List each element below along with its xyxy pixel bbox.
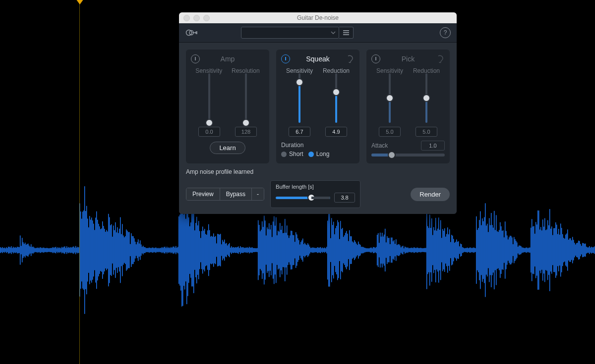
svg-rect-478 xyxy=(474,248,475,253)
svg-rect-498 xyxy=(494,211,494,289)
svg-rect-539 xyxy=(535,234,535,266)
svg-rect-487 xyxy=(483,221,483,279)
amp-power-toggle[interactable] xyxy=(191,54,200,63)
svg-rect-596 xyxy=(591,247,592,254)
svg-rect-529 xyxy=(525,248,525,252)
svg-rect-286 xyxy=(284,233,284,267)
squeak-reduction-slider[interactable] xyxy=(335,73,337,123)
buffer-value[interactable]: 3.8 xyxy=(334,193,355,203)
svg-rect-301 xyxy=(298,240,299,260)
preview-button[interactable]: Preview xyxy=(186,188,220,200)
svg-rect-309 xyxy=(306,245,307,256)
duration-long-radio[interactable]: Long xyxy=(308,151,330,157)
pick-reduction-slider[interactable] xyxy=(425,73,427,123)
amp-resolution-slider[interactable] xyxy=(245,73,247,123)
svg-rect-524 xyxy=(520,246,520,255)
extra-toggle-button[interactable]: - xyxy=(252,188,264,200)
svg-rect-511 xyxy=(507,235,507,264)
squeak-title: Squeak xyxy=(290,55,346,63)
svg-rect-437 xyxy=(433,227,434,273)
svg-rect-594 xyxy=(589,246,590,254)
svg-rect-355 xyxy=(352,242,353,259)
pick-sensitivity-value[interactable]: 5.0 xyxy=(379,127,401,137)
svg-rect-527 xyxy=(523,248,523,253)
render-button[interactable]: Render xyxy=(411,188,450,201)
preset-select[interactable] xyxy=(241,27,339,39)
svg-rect-195 xyxy=(193,207,194,293)
svg-rect-249 xyxy=(247,247,247,253)
svg-rect-403 xyxy=(400,245,400,255)
svg-rect-95 xyxy=(94,230,95,270)
playhead-marker[interactable] xyxy=(79,0,80,364)
svg-rect-508 xyxy=(504,237,504,262)
duration-short-radio[interactable]: Short xyxy=(281,151,303,157)
svg-rect-34 xyxy=(34,248,34,253)
svg-rect-378 xyxy=(375,248,375,252)
svg-rect-474 xyxy=(470,248,471,253)
svg-rect-285 xyxy=(283,233,283,267)
svg-rect-556 xyxy=(551,226,552,273)
svg-rect-537 xyxy=(533,226,533,273)
svg-rect-50 xyxy=(50,248,50,252)
ear-icon[interactable] xyxy=(346,54,355,63)
squeak-reduction-value[interactable]: 4.9 xyxy=(325,127,347,137)
squeak-power-toggle[interactable] xyxy=(281,54,290,63)
guitar-icon[interactable] xyxy=(185,26,198,39)
svg-rect-104 xyxy=(103,226,104,274)
svg-rect-200 xyxy=(198,221,199,279)
svg-rect-513 xyxy=(509,237,509,263)
svg-rect-90 xyxy=(89,216,90,284)
attack-slider[interactable] xyxy=(371,154,445,156)
svg-rect-4 xyxy=(4,248,4,253)
preset-menu-button[interactable] xyxy=(339,27,354,39)
svg-rect-206 xyxy=(204,229,205,271)
buffer-slider[interactable] xyxy=(276,197,330,199)
svg-rect-258 xyxy=(256,248,256,252)
svg-rect-32 xyxy=(32,247,32,254)
svg-rect-227 xyxy=(225,244,226,257)
pick-power-toggle[interactable] xyxy=(371,54,380,63)
svg-rect-145 xyxy=(144,247,144,253)
svg-rect-230 xyxy=(228,244,229,256)
duration-label: Duration xyxy=(281,142,355,149)
bypass-button[interactable]: Bypass xyxy=(220,188,252,200)
svg-rect-19 xyxy=(19,247,19,253)
svg-rect-420 xyxy=(416,248,417,253)
ear-icon[interactable] xyxy=(436,54,445,63)
svg-rect-326 xyxy=(323,248,324,252)
amp-sensitivity-slider[interactable] xyxy=(208,73,210,123)
svg-rect-159 xyxy=(158,248,158,253)
svg-rect-433 xyxy=(429,214,430,285)
svg-rect-272 xyxy=(270,229,270,270)
svg-rect-570 xyxy=(565,235,566,266)
svg-rect-348 xyxy=(345,233,346,267)
svg-rect-49 xyxy=(49,248,49,252)
amp-sensitivity-value[interactable]: 0.0 xyxy=(198,127,220,137)
svg-rect-486 xyxy=(482,218,482,282)
pick-reduction-value[interactable]: 5.0 xyxy=(416,127,437,137)
svg-rect-175 xyxy=(174,247,174,254)
svg-rect-70 xyxy=(69,248,70,253)
svg-rect-483 xyxy=(479,220,479,280)
attack-value[interactable]: 1.0 xyxy=(421,141,445,151)
svg-rect-176 xyxy=(175,248,175,253)
squeak-sensitivity-slider[interactable] xyxy=(298,73,300,123)
svg-rect-274 xyxy=(272,237,272,263)
svg-rect-413 xyxy=(410,248,410,253)
svg-rect-319 xyxy=(316,248,317,252)
amp-resolution-value[interactable]: 128 xyxy=(235,127,257,137)
svg-rect-141 xyxy=(140,240,140,260)
squeak-sensitivity-value[interactable]: 6.7 xyxy=(289,127,310,137)
window-titlebar[interactable]: Guitar De-noise xyxy=(179,12,457,23)
svg-rect-218 xyxy=(216,243,217,257)
svg-rect-312 xyxy=(309,247,310,254)
pick-sensitivity-slider[interactable] xyxy=(389,73,391,123)
svg-rect-571 xyxy=(566,234,567,267)
svg-rect-332 xyxy=(329,213,330,286)
svg-rect-193 xyxy=(191,214,192,287)
learn-button[interactable]: Learn xyxy=(210,142,245,154)
svg-rect-354 xyxy=(351,236,352,264)
svg-rect-400 xyxy=(397,245,397,256)
svg-rect-276 xyxy=(274,216,274,284)
help-button[interactable]: ? xyxy=(440,27,451,38)
